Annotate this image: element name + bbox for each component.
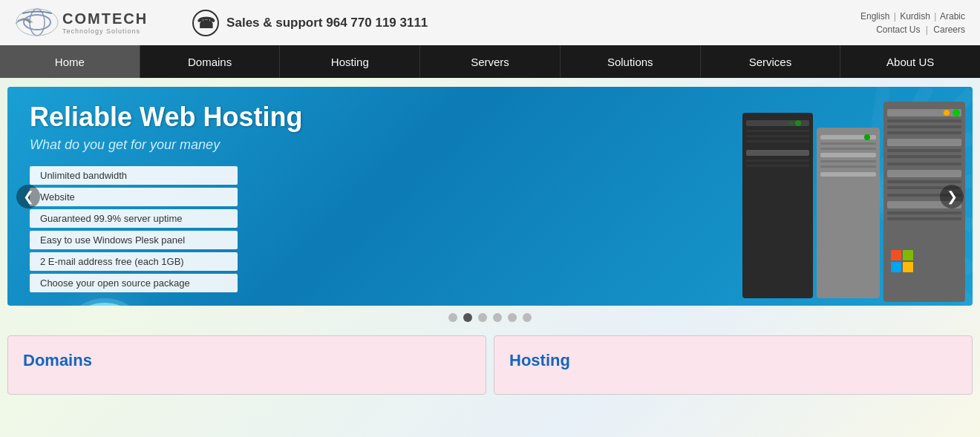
slide-title: Reliable Web Hosting	[30, 102, 698, 133]
svg-rect-26	[820, 160, 876, 162]
svg-point-0	[24, 15, 50, 30]
top-bar-left: COMTECH Technology Solutions ☎ Sales & s…	[15, 6, 428, 39]
svg-rect-13	[746, 130, 809, 132]
svg-rect-18	[746, 165, 809, 167]
svg-point-20	[788, 121, 793, 125]
slider-content: Reliable Web Hosting What do you get for…	[7, 87, 720, 306]
price-badge: $10	[64, 303, 146, 306]
server-image	[720, 87, 973, 306]
feature-list: Unlimited bandwidth Website Guaranteed 9…	[30, 166, 698, 292]
svg-point-2	[16, 9, 58, 36]
svg-rect-23	[820, 142, 876, 145]
svg-rect-50	[891, 262, 901, 272]
svg-rect-14	[746, 135, 809, 137]
hero-slider-wrapper: ❮ Reliable Web Hosting What do you get f…	[0, 78, 980, 335]
svg-rect-49	[903, 250, 913, 260]
feature-4: Easy to use Windows Plesk panel	[30, 231, 238, 249]
dot-3[interactable]	[478, 313, 487, 322]
svg-rect-51	[903, 262, 913, 272]
svg-point-46	[953, 109, 960, 116]
nav-home[interactable]: Home	[0, 45, 140, 78]
svg-point-19	[795, 120, 801, 126]
svg-rect-32	[887, 119, 961, 122]
svg-rect-37	[887, 155, 961, 158]
domains-card: Domains	[7, 335, 486, 395]
hero-slider: ❮ Reliable Web Hosting What do you get f…	[7, 87, 973, 306]
hosting-card-title: Hosting	[509, 351, 957, 370]
main-nav: Home Domains Hosting Servers Solutions S…	[0, 45, 980, 78]
svg-rect-28	[820, 172, 876, 177]
nav-servers[interactable]: Servers	[420, 45, 561, 78]
top-bar: COMTECH Technology Solutions ☎ Sales & s…	[0, 0, 980, 45]
svg-rect-17	[746, 160, 809, 162]
slide-subtitle: What do you get for your maney	[30, 137, 698, 153]
svg-rect-27	[820, 165, 876, 168]
svg-rect-15	[746, 140, 809, 142]
lang-english[interactable]: English	[860, 11, 889, 22]
svg-rect-45	[887, 217, 961, 220]
feature-2: Website	[30, 188, 238, 206]
svg-rect-39	[887, 170, 961, 177]
slider-next-button[interactable]: ❯	[940, 185, 964, 208]
svg-rect-25	[820, 153, 876, 157]
nav-domains[interactable]: Domains	[140, 45, 281, 78]
slider-dots	[7, 306, 973, 326]
logo-area: COMTECH Technology Solutions	[15, 6, 148, 39]
contact-us-link[interactable]: Contact Us	[876, 24, 920, 35]
dot-4[interactable]	[493, 313, 502, 322]
svg-rect-36	[887, 149, 961, 152]
phone-icon: ☎	[192, 10, 219, 36]
contact-links: Contact Us | Careers	[860, 24, 965, 35]
svg-rect-48	[891, 250, 901, 260]
svg-rect-31	[887, 109, 961, 116]
dot-5[interactable]	[508, 313, 517, 322]
price-row: For $10 /month	[30, 303, 698, 306]
feature-5: 2 E-mail address free (each 1GB)	[30, 252, 238, 271]
lang-bar: English | Kurdish | Arabic	[860, 11, 965, 22]
phone-label: Sales & support 964 770 119 3111	[226, 16, 428, 30]
svg-rect-16	[746, 150, 809, 156]
svg-point-1	[30, 9, 45, 36]
svg-point-47	[944, 110, 950, 116]
svg-rect-34	[887, 131, 961, 134]
server-towers-svg	[720, 87, 973, 306]
logo-icon	[15, 6, 59, 39]
nav-hosting[interactable]: Hosting	[280, 45, 420, 78]
lang-kurdish[interactable]: Kurdish	[900, 11, 930, 22]
svg-rect-33	[887, 125, 961, 128]
dot-2[interactable]	[463, 313, 472, 322]
hosting-card: Hosting	[494, 335, 973, 395]
top-bar-right: English | Kurdish | Arabic Contact Us | …	[860, 11, 965, 35]
dot-6[interactable]	[523, 313, 532, 322]
domains-card-title: Domains	[23, 351, 471, 370]
dot-1[interactable]	[448, 313, 457, 322]
lang-arabic[interactable]: Arabic	[940, 11, 965, 22]
nav-about[interactable]: About US	[840, 45, 980, 78]
feature-1: Unlimited bandwidth	[30, 166, 238, 185]
svg-rect-35	[887, 139, 961, 146]
svg-rect-24	[820, 148, 876, 150]
nav-services[interactable]: Services	[701, 45, 841, 78]
logo-text: COMTECH Technology Solutions	[62, 10, 148, 35]
svg-rect-38	[887, 162, 961, 165]
careers-link[interactable]: Careers	[933, 24, 965, 35]
svg-rect-44	[887, 211, 961, 214]
nav-solutions[interactable]: Solutions	[561, 45, 701, 78]
bottom-cards: Domains Hosting	[0, 335, 980, 402]
feature-3: Guaranteed 99.9% server uptime	[30, 209, 238, 228]
phone-area: ☎ Sales & support 964 770 119 3111	[192, 10, 428, 36]
svg-rect-40	[887, 180, 961, 183]
svg-point-29	[864, 134, 870, 140]
slider-prev-button[interactable]: ❮	[16, 185, 40, 208]
